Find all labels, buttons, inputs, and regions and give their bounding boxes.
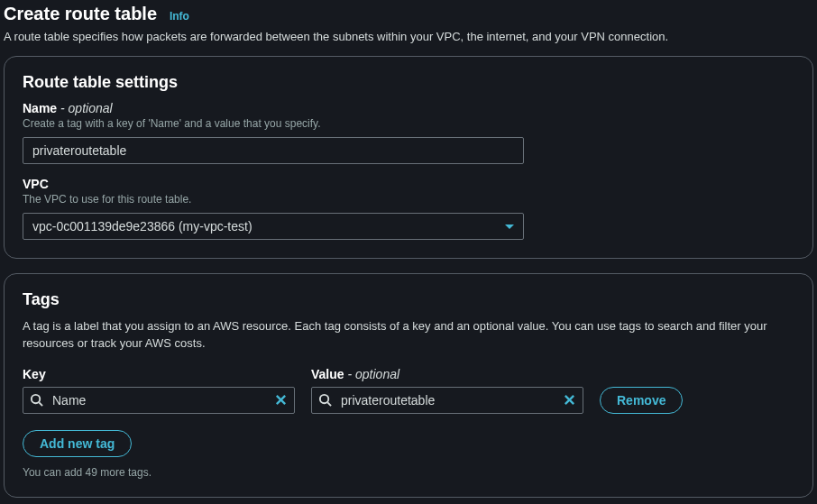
svg-line-1 <box>39 402 42 406</box>
vpc-select[interactable]: vpc-0c001139de9e23866 (my-vpc-test) <box>23 213 524 240</box>
tag-key-label: Key <box>23 367 295 381</box>
page-description: A route table specifies how packets are … <box>4 30 813 43</box>
svg-line-5 <box>327 402 331 406</box>
chevron-down-icon <box>505 225 514 229</box>
search-icon <box>30 393 43 407</box>
search-icon <box>318 393 332 407</box>
tag-key-input[interactable] <box>23 387 295 414</box>
tag-value-label: Value <box>311 367 344 381</box>
name-hint: Create a tag with a key of 'Name' and a … <box>23 117 794 130</box>
svg-point-0 <box>32 395 40 403</box>
vpc-label: VPC <box>23 177 794 191</box>
name-field-group: Name - optional Create a tag with a key … <box>23 101 794 164</box>
tags-panel-title: Tags <box>23 290 794 309</box>
info-link[interactable]: Info <box>170 10 189 23</box>
svg-point-4 <box>320 395 328 403</box>
add-tag-button[interactable]: Add new tag <box>23 430 132 457</box>
tags-panel: Tags A tag is a label that you assign to… <box>4 273 813 498</box>
name-optional-suffix: - optional <box>57 101 112 115</box>
name-label: Name <box>23 101 57 115</box>
page-header: Create route table Info <box>4 4 813 24</box>
name-input[interactable] <box>23 137 524 164</box>
tag-value-optional-suffix: - optional <box>344 367 399 381</box>
tags-description: A tag is a label that you assign to an A… <box>23 318 794 353</box>
tags-limit-text: You can add 49 more tags. <box>23 466 794 479</box>
tag-row: Key Value - optional Remove <box>23 367 794 414</box>
remove-tag-button[interactable]: Remove <box>600 387 683 414</box>
vpc-hint: The VPC to use for this route table. <box>23 193 794 206</box>
vpc-selected-value: vpc-0c001139de9e23866 (my-vpc-test) <box>32 219 252 234</box>
clear-icon[interactable] <box>563 393 576 407</box>
page-title: Create route table <box>4 4 157 23</box>
tag-value-input[interactable] <box>311 387 583 414</box>
tag-value-column: Value - optional <box>311 367 583 414</box>
settings-panel-title: Route table settings <box>23 73 794 92</box>
clear-icon[interactable] <box>274 393 288 407</box>
tag-remove-column: Remove <box>600 387 683 414</box>
route-table-settings-panel: Route table settings Name - optional Cre… <box>4 56 813 259</box>
vpc-field-group: VPC The VPC to use for this route table.… <box>23 177 794 240</box>
tag-key-column: Key <box>23 367 295 414</box>
